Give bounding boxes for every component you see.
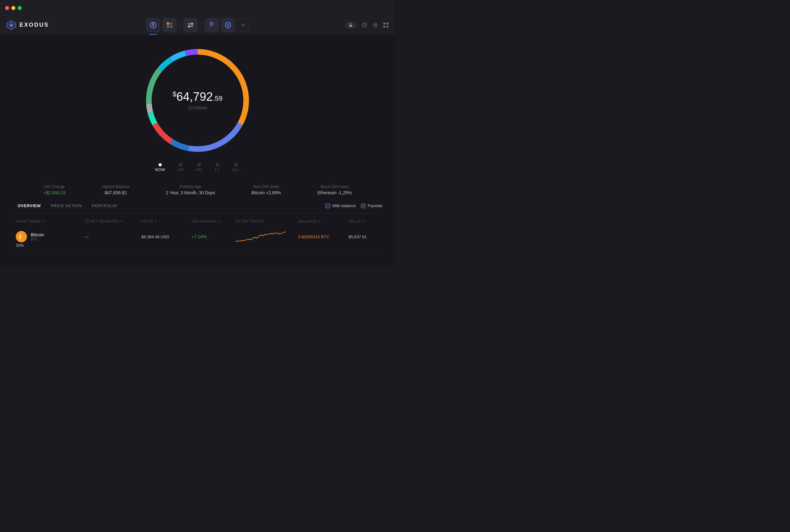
security-icon <box>224 21 232 29</box>
nav-divider <box>180 20 180 30</box>
maximize-button[interactable] <box>18 6 22 10</box>
asset-cell-btc: ₿ Bitcoin BTC <box>16 231 85 242</box>
stat-value-age: 2 Year, 3 Month, 30 Days <box>166 190 215 195</box>
nav-center <box>69 18 326 32</box>
bitcoin-symbol: ₿ <box>18 233 24 240</box>
timeline-dot-all <box>234 163 238 166</box>
nav-nft-button[interactable] <box>204 18 219 32</box>
sort-icon-apy: ⇅ <box>120 220 124 223</box>
currency-symbol: $ <box>172 90 176 98</box>
stat-value-worst: Ethereum -1,25% <box>317 190 352 195</box>
svg-rect-14 <box>349 25 352 27</box>
grid-icon <box>383 22 389 28</box>
cell-apy-btc: — <box>85 234 141 239</box>
cell-balance-btc: 0.60205315 BTC <box>298 234 349 239</box>
stat-worst-asset: Worst 24H Asset Ethereum -1,25% <box>317 185 352 195</box>
add-icon <box>241 23 246 27</box>
traffic-lights <box>5 6 22 10</box>
svg-point-11 <box>212 23 213 25</box>
timeline-dot-6m <box>198 163 201 166</box>
th-apy-rewards[interactable]: ? APY REWARDS ⇅ <box>85 219 141 224</box>
settings-button[interactable] <box>372 22 378 28</box>
th-price[interactable]: PRICE ⇅ <box>141 219 191 224</box>
close-button[interactable] <box>5 6 9 10</box>
stat-value-highest: $47,839.82 <box>102 190 129 195</box>
svg-point-10 <box>210 23 211 25</box>
th-value[interactable]: VALUE ⇅ <box>349 219 393 224</box>
timeline-all[interactable]: ALL <box>232 163 240 172</box>
svg-rect-18 <box>387 23 389 24</box>
table-header: ASSET NAME ⇅ ? APY REWARDS ⇅ PRICE ⇅ 24H… <box>13 216 382 226</box>
svg-rect-6 <box>170 22 172 25</box>
help-icon-apy[interactable]: ? <box>85 219 89 224</box>
lock-icon <box>349 23 353 27</box>
stat-value-24h: +$2,930.03 <box>43 190 65 195</box>
titlebar <box>0 0 395 16</box>
filter-with-balance[interactable]: ✓ With balance <box>325 203 356 208</box>
nav-right <box>326 22 389 28</box>
exodus-logo-icon <box>6 20 16 30</box>
with-balance-checkbox[interactable]: ✓ <box>325 203 330 208</box>
assets-count: 10 Assets <box>172 105 222 110</box>
timeline-6m[interactable]: 6M <box>196 163 202 172</box>
nav-security-button[interactable] <box>221 18 235 32</box>
nav-portfolio-button[interactable] <box>146 18 161 32</box>
timeline-label-1m: 1M <box>178 168 184 172</box>
timeline-label-all: ALL <box>232 168 240 172</box>
tab-portfolio[interactable]: PORTFOLIO <box>87 202 122 210</box>
history-icon <box>362 22 368 28</box>
logo-area: EXODUS <box>6 20 69 30</box>
sort-icon-value: ⇅ <box>362 220 365 223</box>
minimize-button[interactable] <box>11 6 15 10</box>
chart-area: $64,792.59 10 Assets NOW 1M 6M 1Y <box>13 35 382 175</box>
nav-apps-button[interactable] <box>162 18 177 32</box>
btc-icon: ₿ <box>16 231 27 242</box>
timeline-label-1y: 1Y <box>214 168 220 172</box>
tab-filters: ✓ With balance Favorite <box>325 203 382 208</box>
history-button[interactable] <box>362 22 368 28</box>
filter-favorite[interactable]: Favorite <box>361 203 382 208</box>
th-24h-change[interactable]: 24H CHANGE ⇅ <box>191 219 236 224</box>
timeline-label-now: NOW <box>155 168 165 172</box>
stat-label-24h: 24h Change <box>43 185 65 189</box>
timeline: NOW 1M 6M 1Y ALL <box>155 163 240 172</box>
nav-add-button[interactable] <box>237 19 249 31</box>
cell-value-btc: $5,637.91 <box>349 234 393 239</box>
with-balance-label: With balance <box>332 203 356 208</box>
tab-overview[interactable]: OVERVIEW <box>13 202 46 210</box>
asset-ticker-btc: BTC <box>31 237 44 241</box>
sparkline-btc <box>236 230 298 243</box>
timeline-1m[interactable]: 1M <box>178 163 184 172</box>
asset-name-btc: Bitcoin <box>31 232 44 237</box>
sort-icon-asset: ⇅ <box>42 220 45 223</box>
th-balance[interactable]: BALANCE ⇅ <box>298 219 349 224</box>
cell-change-btc: +7.14% <box>191 234 236 239</box>
sort-icon-price: ⇅ <box>155 220 157 223</box>
asset-info-btc: Bitcoin BTC <box>31 232 44 241</box>
favorite-checkbox[interactable] <box>361 203 366 208</box>
sort-icon-change: ⇅ <box>218 220 221 223</box>
tabs-row: OVERVIEW PRICE ACTION PORTFOLIO ✓ With b… <box>13 202 382 213</box>
favorite-label: Favorite <box>368 203 382 208</box>
settings-icon <box>372 22 378 28</box>
svg-rect-5 <box>167 22 169 25</box>
timeline-1y[interactable]: 1Y <box>214 163 220 172</box>
donut-chart: $64,792.59 10 Assets <box>138 41 257 160</box>
table-row[interactable]: ₿ Bitcoin BTC — $9,364.48 USD +7.14% 0.6… <box>13 226 382 252</box>
nav-exchange-button[interactable] <box>183 18 198 32</box>
cell-portfolio-btc: 33% <box>16 243 85 248</box>
th-asset-name[interactable]: ASSET NAME ⇅ <box>16 219 85 224</box>
timeline-now[interactable]: NOW <box>155 163 165 172</box>
stat-highest-balance: Highest Balance $47,839.82 <box>102 185 129 195</box>
main-content: $64,792.59 10 Assets NOW 1M 6M 1Y <box>0 35 395 266</box>
svg-rect-7 <box>167 25 169 28</box>
grid-button[interactable] <box>383 22 389 28</box>
svg-text:₿: ₿ <box>19 234 21 239</box>
apps-icon <box>166 21 173 29</box>
navbar: EXODUS <box>0 16 395 35</box>
donut-center: $64,792.59 10 Assets <box>172 91 222 110</box>
tab-price-action[interactable]: PRICE ACTION <box>46 202 87 210</box>
timeline-dot-now <box>158 163 162 166</box>
lock-toggle[interactable] <box>345 22 357 28</box>
timeline-dot-1y <box>216 163 219 166</box>
